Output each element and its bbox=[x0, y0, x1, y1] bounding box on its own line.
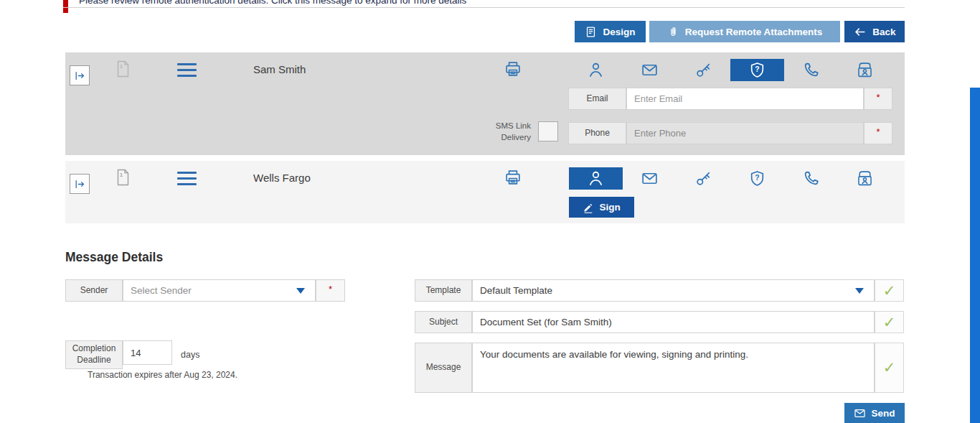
sms-link-delivery-label: SMS Link Delivery bbox=[484, 120, 531, 143]
person-icon bbox=[587, 61, 605, 79]
key-icon bbox=[694, 169, 712, 187]
document-page-icon: 1 bbox=[116, 60, 131, 81]
phone-required-asterisk: * bbox=[864, 122, 892, 144]
subject-valid-check: ✓ bbox=[875, 311, 904, 333]
send-button[interactable]: Send bbox=[844, 403, 905, 423]
in-person-icon bbox=[856, 169, 874, 187]
recipient-name: Wells Fargo bbox=[253, 170, 311, 186]
email-delivery-button[interactable] bbox=[623, 59, 677, 81]
template-select-value: Default Template bbox=[480, 285, 552, 296]
pen-icon bbox=[583, 202, 594, 213]
notice-accent-bar bbox=[63, 0, 68, 13]
right-panel-edge[interactable] bbox=[970, 88, 980, 423]
signing-order-icon bbox=[74, 70, 86, 82]
template-label: Template bbox=[415, 279, 472, 302]
svg-text:1: 1 bbox=[120, 172, 123, 177]
phone-auth-button[interactable] bbox=[784, 59, 838, 81]
envelope-icon bbox=[641, 169, 659, 187]
sender-select-value: Select Sender bbox=[131, 285, 192, 296]
printer-icon bbox=[504, 60, 522, 78]
phone-auth-button[interactable] bbox=[784, 167, 838, 190]
security-question-auth-button[interactable]: ? bbox=[730, 167, 784, 190]
back-arrow-icon bbox=[853, 25, 867, 39]
shield-question-icon: ? bbox=[748, 169, 766, 187]
signing-order-button[interactable] bbox=[70, 65, 90, 85]
signing-order-button[interactable] bbox=[70, 174, 90, 194]
in-person-icon bbox=[856, 61, 874, 79]
password-auth-button[interactable] bbox=[677, 59, 730, 81]
password-auth-button[interactable] bbox=[677, 167, 730, 190]
message-details-title: Message Details bbox=[65, 250, 163, 265]
svg-text:?: ? bbox=[755, 174, 759, 182]
svg-text:?: ? bbox=[755, 65, 759, 73]
message-textarea[interactable]: Your documents are available for viewing… bbox=[472, 343, 875, 393]
paperclip-icon bbox=[667, 26, 679, 38]
send-envelope-icon bbox=[854, 407, 866, 419]
printer-icon bbox=[504, 168, 522, 187]
template-valid-check: ✓ bbox=[875, 279, 904, 302]
design-button[interactable]: Design bbox=[575, 21, 646, 42]
chevron-down-icon bbox=[855, 288, 864, 294]
notice-divider bbox=[63, 7, 905, 8]
delivery-method-strip: ? bbox=[569, 167, 892, 190]
in-person-delivery-button[interactable] bbox=[838, 167, 892, 190]
sign-button-label: Sign bbox=[599, 202, 620, 213]
email-label: Email bbox=[568, 88, 626, 110]
print-icon-button[interactable] bbox=[504, 60, 522, 81]
recipient-row: 1 Sam Smith ? Email * SMS Link Delivery … bbox=[65, 52, 905, 155]
back-button[interactable]: Back bbox=[844, 21, 905, 42]
phone-icon bbox=[802, 61, 820, 79]
message-label: Message bbox=[415, 343, 472, 393]
sender-required-asterisk: * bbox=[316, 279, 345, 302]
recipient-name: Sam Smith bbox=[253, 62, 306, 78]
completion-deadline-input[interactable] bbox=[123, 340, 172, 365]
design-button-label: Design bbox=[603, 27, 635, 37]
send-button-label: Send bbox=[871, 408, 895, 419]
subject-label: Subject bbox=[415, 311, 472, 333]
in-person-delivery-button[interactable] bbox=[838, 59, 892, 81]
request-remote-attachments-button[interactable]: Request Remote Attachments bbox=[649, 21, 840, 42]
drag-handle[interactable] bbox=[177, 63, 197, 80]
envelope-icon bbox=[641, 61, 659, 79]
subject-input[interactable] bbox=[472, 311, 875, 333]
email-delivery-button[interactable] bbox=[623, 167, 677, 190]
shield-question-icon: ? bbox=[748, 61, 766, 79]
design-icon bbox=[585, 26, 597, 38]
notice-message[interactable]: Please review remote authentication deta… bbox=[79, 0, 466, 6]
email-input[interactable] bbox=[626, 88, 864, 110]
document-page-icon: 1 bbox=[116, 168, 131, 190]
person-icon bbox=[587, 169, 605, 187]
svg-text:1: 1 bbox=[120, 64, 123, 69]
signing-order-icon bbox=[74, 178, 86, 190]
delivery-method-strip: ? bbox=[569, 59, 892, 81]
expiration-note: Transaction expires after Aug 23, 2024. bbox=[88, 370, 237, 380]
email-required-asterisk: * bbox=[864, 88, 892, 110]
drag-handle[interactable] bbox=[177, 172, 197, 189]
completion-deadline-label: Completion Deadline bbox=[65, 340, 123, 369]
phone-label: Phone bbox=[568, 122, 626, 144]
sender-label: Sender bbox=[65, 279, 123, 302]
sign-button[interactable]: Sign bbox=[569, 197, 634, 218]
template-select[interactable]: Default Template bbox=[472, 279, 875, 302]
phone-icon bbox=[802, 169, 820, 187]
print-icon-button[interactable] bbox=[504, 168, 522, 190]
sender-select[interactable]: Select Sender bbox=[123, 279, 316, 302]
chevron-down-icon bbox=[296, 288, 305, 294]
key-icon bbox=[694, 61, 712, 79]
request-remote-attachments-label: Request Remote Attachments bbox=[685, 27, 823, 37]
message-valid-check: ✓ bbox=[875, 343, 904, 393]
person-delivery-button[interactable] bbox=[569, 59, 623, 81]
person-delivery-button[interactable] bbox=[569, 167, 623, 190]
completion-deadline-unit: days bbox=[181, 350, 199, 360]
phone-input[interactable] bbox=[626, 122, 864, 144]
sms-link-delivery-checkbox[interactable] bbox=[538, 121, 558, 141]
security-question-auth-button[interactable]: ? bbox=[730, 59, 784, 81]
recipient-row: 1 Wells Fargo ? Sign bbox=[65, 161, 905, 223]
back-button-label: Back bbox=[872, 27, 895, 37]
